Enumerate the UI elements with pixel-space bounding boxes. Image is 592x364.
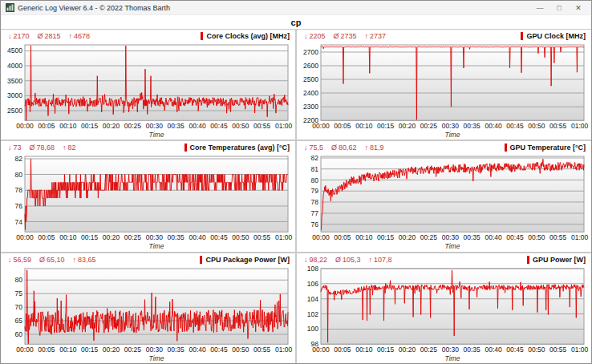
svg-text:00:50: 00:50 (232, 234, 249, 242)
svg-text:2500: 2500 (303, 75, 318, 83)
svg-text:00:10: 00:10 (59, 234, 77, 242)
chart-title-label: GPU Power [W] (533, 256, 586, 264)
svg-text:01:00: 01:00 (275, 122, 293, 130)
avg-icon: Ø (334, 32, 339, 40)
svg-text:80: 80 (15, 276, 23, 284)
svg-text:104: 104 (307, 294, 318, 302)
chart-title-label: GPU Clock [MHz] (526, 32, 586, 40)
chart-gpu-temperature[interactable]: 7677787980818200:0000:0500:1000:1500:200… (297, 153, 591, 251)
stat-max: 82 (68, 144, 76, 152)
svg-text:00:00: 00:00 (16, 234, 34, 242)
chart-gpu-power[interactable]: 9810010210410610800:0000:0500:1000:1500:… (297, 265, 591, 363)
min-arrow-icon: ↓ (304, 144, 308, 152)
svg-text:00:20: 00:20 (399, 234, 416, 242)
stat-avg: 2815 (45, 32, 61, 40)
chart-title: GPU Clock [MHz] (521, 32, 586, 40)
stat-min: 75,5 (310, 144, 324, 152)
stat-min: 73 (14, 144, 22, 152)
svg-text:00:30: 00:30 (442, 122, 460, 130)
svg-text:3500: 3500 (7, 77, 22, 85)
stat-avg: 80,62 (339, 144, 357, 152)
svg-text:00:40: 00:40 (189, 122, 206, 130)
svg-text:00:55: 00:55 (549, 234, 567, 242)
svg-text:4500: 4500 (7, 47, 22, 55)
svg-text:00:45: 00:45 (506, 234, 524, 242)
svg-text:00:30: 00:30 (442, 234, 460, 242)
min-arrow-icon: ↓ (8, 144, 12, 152)
stat-max: 107,8 (374, 256, 392, 264)
chart-cpu-package-power[interactable]: 606570758000:0000:0500:1000:1500:2000:25… (1, 265, 295, 363)
svg-text:00:10: 00:10 (355, 122, 373, 130)
svg-text:00:50: 00:50 (528, 346, 545, 354)
svg-text:78: 78 (311, 198, 319, 206)
svg-text:00:30: 00:30 (146, 234, 164, 242)
window-controls: — □ ✕ (530, 2, 588, 14)
log-file-name: cp (291, 18, 302, 27)
chart-title-label: CPU Package Power [W] (205, 256, 290, 264)
avg-icon: Ø (38, 32, 43, 40)
svg-text:75: 75 (15, 289, 23, 297)
svg-text:00:55: 00:55 (549, 346, 567, 354)
chart-stats: ↓98,22 Ø105,3 ↑107,8 (304, 256, 400, 264)
min-arrow-icon: ↓ (8, 32, 12, 40)
stat-max: 83,65 (78, 256, 96, 264)
svg-text:00:00: 00:00 (16, 346, 34, 354)
svg-text:00:55: 00:55 (549, 122, 567, 130)
chart-panel-cpu-package-power: ↓56,59 Ø65,10 ↑83,65 CPU Package Power [… (1, 253, 295, 363)
chart-title: GPU Power [W] (527, 256, 586, 264)
svg-text:00:50: 00:50 (528, 234, 545, 242)
svg-text:76: 76 (15, 202, 23, 210)
legend-color-bar-icon (527, 256, 529, 264)
chart-core-clocks[interactable]: 2500300035004000450000:0000:0500:1000:15… (1, 42, 295, 140)
minimize-button[interactable]: — (530, 2, 549, 14)
svg-text:00:30: 00:30 (146, 122, 164, 130)
max-arrow-icon: ↑ (63, 144, 67, 152)
svg-text:4000: 4000 (7, 62, 22, 70)
maximize-button[interactable]: □ (549, 2, 569, 14)
chart-panel-gpu-temperature: ↓75,5 Ø80,62 ↑81,9 GPU Temperature [°C] … (297, 141, 591, 251)
svg-text:00:40: 00:40 (485, 346, 502, 354)
max-arrow-icon: ↑ (69, 32, 73, 40)
svg-text:00:25: 00:25 (124, 234, 142, 242)
stat-min: 2170 (14, 32, 30, 40)
legend-color-bar-icon (505, 144, 507, 152)
svg-text:00:25: 00:25 (124, 346, 142, 354)
svg-text:00:45: 00:45 (506, 122, 524, 130)
chart-core-temperatures[interactable]: 747678808200:0000:0500:1000:1500:2000:25… (1, 153, 295, 251)
stat-max: 4678 (74, 32, 90, 40)
svg-text:00:40: 00:40 (485, 234, 502, 242)
chart-panel-core-temperatures: ↓73 Ø78,68 ↑82 Core Temperatures (avg) [… (1, 141, 295, 251)
svg-text:01:00: 01:00 (275, 346, 293, 354)
titlebar[interactable]: Generic Log Viewer 6.4 - © 2022 Thomas B… (1, 1, 591, 15)
svg-text:00:10: 00:10 (59, 122, 77, 130)
svg-text:00:00: 00:00 (16, 122, 34, 130)
chart-title: Core Temperatures (avg) [°C] (184, 144, 290, 152)
close-button[interactable]: ✕ (569, 2, 588, 14)
svg-text:01:00: 01:00 (571, 346, 589, 354)
svg-text:00:55: 00:55 (253, 346, 271, 354)
svg-text:00:25: 00:25 (420, 346, 438, 354)
svg-text:Time: Time (149, 131, 164, 139)
file-header: cp (1, 15, 591, 29)
svg-text:00:30: 00:30 (442, 346, 460, 354)
svg-text:00:15: 00:15 (81, 122, 99, 130)
svg-text:00:35: 00:35 (464, 234, 481, 242)
svg-text:108: 108 (307, 265, 318, 273)
svg-text:00:15: 00:15 (81, 234, 99, 242)
legend-color-bar-icon (200, 256, 202, 264)
svg-text:106: 106 (307, 280, 318, 288)
svg-text:00:40: 00:40 (485, 122, 502, 130)
svg-text:2500: 2500 (7, 107, 22, 115)
chart-gpu-clock[interactable]: 22002300240025002600270000:0000:0500:100… (297, 42, 591, 140)
svg-text:100: 100 (307, 325, 318, 333)
svg-text:00:35: 00:35 (168, 122, 185, 130)
svg-text:01:00: 01:00 (275, 234, 293, 242)
svg-text:Time: Time (445, 243, 460, 251)
svg-text:77: 77 (311, 209, 319, 217)
svg-text:Time: Time (149, 354, 164, 362)
svg-text:00:45: 00:45 (506, 346, 524, 354)
svg-text:80: 80 (311, 176, 319, 184)
svg-text:2600: 2600 (303, 62, 318, 70)
svg-text:80: 80 (15, 171, 23, 179)
svg-text:00:15: 00:15 (377, 234, 395, 242)
